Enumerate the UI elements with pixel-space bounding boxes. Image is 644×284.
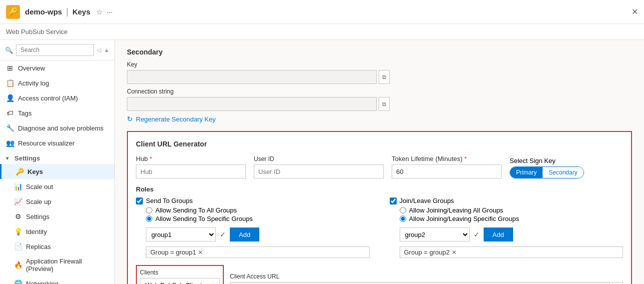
sidebar-item-access-control[interactable]: 👤 Access control (IAM) [0,90,114,106]
key-input-row: ⧉ [127,70,632,84]
allow-joining-specific-label: Allow Joining/Leaving Specific Groups [409,215,519,222]
app-name: demo-wps [25,8,62,16]
userid-group: User ID [254,156,384,178]
join-leave-groups-checkbox[interactable] [390,198,397,204]
left-group-select[interactable]: group1 [146,228,216,242]
primary-sign-key-button[interactable]: Primary [510,167,543,178]
token-input[interactable] [392,164,502,178]
tags-icon: 🏷 [6,109,14,117]
copy-connection-button[interactable]: ⧉ [379,97,390,111]
sidebar-item-keys[interactable]: 🔑 Keys [0,164,114,179]
sidebar-item-label: Replicas [26,243,51,250]
right-group-select[interactable]: group2 [400,228,470,242]
allow-joining-all-radio[interactable] [400,207,406,214]
diagnose-icon: 🔧 [6,124,14,132]
overview-icon: ⊞ [6,64,14,72]
left-group-tag-label: Group = group1 [150,248,196,256]
allow-joining-specific-radio[interactable] [400,216,406,222]
sidebar-item-label: Overview [18,64,45,72]
url-label: Client Access URL [230,273,623,280]
app-firewall-icon: 🔥 [14,261,22,269]
send-to-groups-sub: Allow Sending To All Groups Allow Sendin… [136,206,370,222]
allow-sending-all-radio[interactable] [146,207,152,214]
sign-key-toggle: Primary Secondary [510,166,584,178]
right-group-tag-remove[interactable]: ✕ [452,249,457,256]
allow-sending-all-radio-row: Allow Sending To All Groups [146,206,370,214]
join-leave-groups-role: Join/Leave Groups Allow Joining/Leaving … [390,197,624,258]
search-input[interactable] [16,44,94,56]
sidebar-item-label: Application Firewall (Preview) [26,258,108,272]
sidebar-item-label: Diagnose and solve problems [18,124,103,132]
sidebar-item-activity-log[interactable]: 📋 Activity log [0,76,114,90]
allow-joining-all-label: Allow Joining/Leaving All Groups [409,206,504,214]
send-to-groups-checkbox[interactable] [136,198,143,204]
userid-input[interactable] [254,164,384,178]
more-icon[interactable]: ··· [107,8,113,16]
close-icon[interactable]: ✕ [632,7,638,16]
identity-icon: 💡 [14,228,22,236]
sidebar-item-scale-up[interactable]: 📈 Scale up [0,194,114,209]
roles-label: Roles [136,186,623,193]
right-group-tag-label: Group = group2 [404,248,450,256]
access-control-icon: 👤 [6,94,14,102]
clients-select-group: Clients Web PubSub Client [136,265,224,284]
copy-url-button[interactable]: ⧉ [612,282,623,284]
sidebar-item-app-firewall[interactable]: 🔥 Application Firewall (Preview) [0,254,114,276]
right-group-checkmark: ✓ [474,230,480,238]
main-layout: 🔍 ◁ ▲ ⊞ Overview 📋 Activity log 👤 Access… [0,40,644,284]
hub-input[interactable] [136,164,246,178]
favorite-icon[interactable]: ☆ [96,8,103,16]
title-separator: | [66,6,68,17]
copy-key-button[interactable]: ⧉ [379,70,390,84]
sidebar-item-replicas[interactable]: 📄 Replicas [0,239,114,254]
allow-joining-all-radio-row: Allow Joining/Leaving All Groups [400,206,624,214]
client-url-generator-box: Client URL Generator Hub * User ID [127,131,632,284]
allow-sending-specific-label: Allow Sending To Specific Groups [155,215,253,222]
activity-log-icon: 📋 [6,79,14,87]
right-group-add-row: group2 ✓ Add [390,228,624,242]
scroll-up-icon[interactable]: ▲ [104,47,109,53]
join-leave-groups-check: Join/Leave Groups [390,197,624,204]
sign-key-group: Select Sign Key Primary Secondary [510,157,584,178]
keys-icon: 🔑 [15,168,23,176]
right-group-tag: Group = group2 ✕ [400,246,624,258]
regenerate-icon: ↻ [127,115,133,123]
sidebar-item-resource-viz[interactable]: 👥 Resource visualizer [0,136,114,150]
collapse-icon[interactable]: ◁ [97,47,101,54]
left-add-group-button[interactable]: Add [230,228,259,242]
clients-select[interactable]: Web PubSub Client [140,278,220,284]
regenerate-secondary-button[interactable]: ↻ Regenerate Secondary Key [127,115,216,123]
sidebar-item-label: Networking [26,280,58,284]
search-icon: 🔍 [5,46,13,54]
secondary-sign-key-button[interactable]: Secondary [543,167,583,178]
sidebar-item-tags[interactable]: 🏷 Tags [0,106,114,120]
secondary-title: Secondary [127,48,632,56]
left-group-add-row: group1 ✓ Add [136,228,370,242]
hub-label: Hub * [136,155,246,162]
url-group: Client Access URL ⧉ [230,273,623,284]
app-icon: 🔑 [6,5,20,19]
sidebar-item-scale-out[interactable]: 📊 Scale out [0,179,114,194]
sidebar-item-overview[interactable]: ⊞ Overview [0,60,114,76]
secondary-key-input[interactable] [127,70,377,84]
send-to-groups-label: Send To Groups [146,197,193,204]
client-access-url-input[interactable] [230,282,610,284]
sidebar-item-diagnose[interactable]: 🔧 Diagnose and solve problems [0,120,114,136]
left-group-tag-remove[interactable]: ✕ [198,249,203,256]
sidebar-item-identity[interactable]: 💡 Identity [0,224,114,239]
scale-out-icon: 📊 [14,182,22,190]
right-add-group-button[interactable]: Add [484,228,513,242]
connection-string-label: Connection string [127,88,632,95]
regenerate-label: Regenerate Secondary Key [136,116,216,123]
sidebar-item-networking[interactable]: 🌐 Networking [0,276,114,284]
sidebar-item-label: Resource visualizer [18,140,74,147]
sidebar-item-settings[interactable]: ⚙ Settings [0,209,114,224]
sidebar-item-label: Tags [18,110,31,117]
send-to-groups-check: Send To Groups [136,197,370,204]
client-url-title: Client URL Generator [136,140,623,148]
allow-sending-specific-radio[interactable] [146,216,152,222]
allow-sending-all-label: Allow Sending To All Groups [155,206,237,214]
connection-string-input[interactable] [127,97,377,111]
title-actions: ☆ ··· [96,8,113,16]
page-title: Keys [72,8,90,16]
